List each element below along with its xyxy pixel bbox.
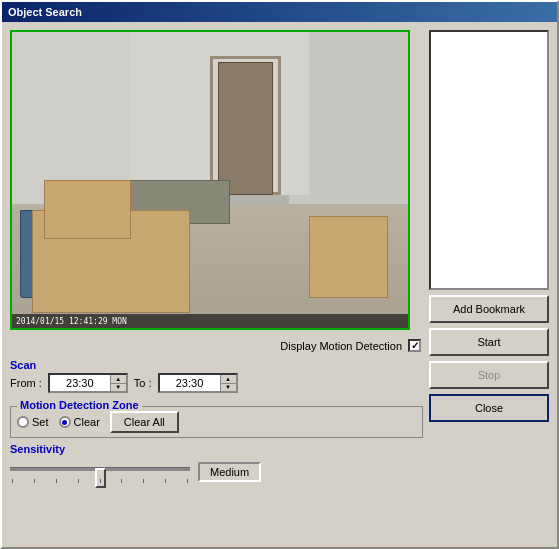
left-panel: 2014/01/15 12:41:29 MON Display Motion D… [10,30,423,539]
motion-zone-row: Set Clear Clear All [17,411,416,433]
display-motion-row: Display Motion Detection [10,339,423,352]
add-bookmark-button[interactable]: Add Bookmark [429,295,549,323]
from-label: From : [10,377,42,389]
scan-row: From : ▲ ▼ To : ▲ [10,373,423,393]
start-button[interactable]: Start [429,328,549,356]
title-bar: Object Search [2,2,557,22]
set-label: Set [32,416,49,428]
scan-section: Scan From : ▲ ▼ To : [10,357,423,395]
tick-2 [34,479,35,483]
from-spinbox[interactable]: ▲ ▼ [48,373,128,393]
door [218,62,273,195]
box-medium [44,180,131,239]
clear-all-button[interactable]: Clear All [110,411,179,433]
tick-5 [100,479,101,483]
from-value[interactable] [50,377,110,389]
tick-3 [56,479,57,483]
medium-label: Medium [198,462,261,482]
motion-zone-groupbox: Motion Detection Zone Set Clear Clear Al… [10,406,423,438]
slider-container [10,460,190,483]
box-right [309,216,388,299]
slider-ticks [10,479,190,483]
to-spin-up[interactable]: ▲ [221,375,236,384]
from-arrows: ▲ ▼ [110,375,126,391]
tick-4 [78,479,79,483]
to-spin-down[interactable]: ▼ [221,384,236,392]
from-spin-up[interactable]: ▲ [111,375,126,384]
tick-8 [165,479,166,483]
set-radio-option[interactable]: Set [17,416,49,428]
to-arrows: ▲ ▼ [220,375,236,391]
tick-1 [12,479,13,483]
tick-6 [121,479,122,483]
timestamp-text: 2014/01/15 12:41:29 MON [16,317,127,326]
right-panel: Add Bookmark Start Stop Close [429,30,549,539]
sensitivity-slider[interactable] [10,460,190,478]
clear-radio[interactable] [59,416,71,428]
sensitivity-label: Sensitivity [10,443,423,455]
video-area: 2014/01/15 12:41:29 MON [10,30,410,330]
tick-7 [143,479,144,483]
timestamp-bar: 2014/01/15 12:41:29 MON [12,314,408,328]
motion-zone-label: Motion Detection Zone [17,399,142,411]
to-label: To : [134,377,152,389]
window-title: Object Search [8,6,82,18]
sensitivity-row: Medium [10,460,423,483]
close-button[interactable]: Close [429,394,549,422]
stop-button: Stop [429,361,549,389]
from-spin-down[interactable]: ▼ [111,384,126,392]
object-search-window: Object Search [0,0,559,549]
to-value[interactable] [160,377,220,389]
clear-radio-option[interactable]: Clear [59,416,100,428]
clear-label: Clear [74,416,100,428]
preview-box [429,30,549,290]
display-motion-checkbox[interactable] [408,339,421,352]
set-radio[interactable] [17,416,29,428]
to-spinbox[interactable]: ▲ ▼ [158,373,238,393]
display-motion-label: Display Motion Detection [280,340,402,352]
controls-area: Display Motion Detection Scan From : ▲ ▼ [10,335,423,483]
sensitivity-section: Sensitivity [10,443,423,483]
scan-label: Scan [10,359,423,371]
tick-9 [187,479,188,483]
